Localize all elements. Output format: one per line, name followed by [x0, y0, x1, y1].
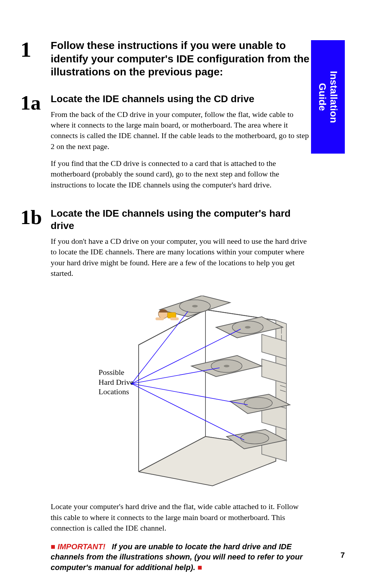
- step-1b-paragraph-1: If you don't have a CD drive on your com…: [51, 236, 310, 279]
- step-number-1: 1: [20, 41, 51, 58]
- svg-point-24: [241, 433, 269, 444]
- step-1a-paragraph-1: From the back of the CD drive in your co…: [51, 109, 310, 152]
- important-square-icon: ■: [51, 542, 55, 551]
- figure-label: Possible Hard Drive Locations: [99, 367, 134, 397]
- figure-label-line3: Locations: [99, 387, 129, 396]
- step-1: 1 Follow these instructions if you were …: [20, 39, 310, 82]
- step-1-title: Follow these instructions if you were un…: [51, 39, 310, 79]
- step-1b-paragraph-2: Locate your computer's hard drive and th…: [51, 501, 310, 533]
- svg-rect-28: [170, 317, 179, 320]
- figure-label-line2: Hard Drive: [99, 378, 134, 386]
- content: 1 Follow these instructions if you were …: [20, 39, 310, 581]
- step-1a-paragraph-2: If you find that the CD drive is connect…: [51, 158, 310, 190]
- side-tab-line1: Installation: [328, 71, 339, 123]
- step-number-1b: 1b: [20, 209, 51, 225]
- step-1a-title: Locate the IDE channels using the CD dri…: [51, 93, 310, 105]
- page-number: 7: [341, 551, 345, 560]
- hard-drive-locations-figure: Possible Hard Drive Locations: [65, 296, 304, 493]
- important-note: ■ IMPORTANT! If you are unable to locate…: [51, 541, 310, 573]
- important-keyword: IMPORTANT!: [57, 542, 105, 551]
- important-end-square-icon: ■: [197, 563, 202, 572]
- figure-label-line1: Possible: [99, 368, 124, 377]
- page: Installation Guide 1 Follow these instru…: [0, 0, 380, 588]
- svg-point-14: [192, 305, 198, 308]
- step-1b: 1b Locate the IDE channels using the com…: [20, 207, 310, 285]
- side-tab-installation-guide: Installation Guide: [311, 40, 345, 154]
- side-tab-line2: Guide: [317, 83, 328, 111]
- svg-point-22: [244, 397, 272, 409]
- svg-rect-27: [156, 317, 164, 320]
- step-1a: 1a Locate the IDE channels using the CD …: [20, 93, 310, 197]
- step-1b-title: Locate the IDE channels using the comput…: [51, 207, 310, 232]
- svg-point-20: [224, 365, 229, 367]
- svg-rect-26: [167, 312, 176, 318]
- step-number-1a: 1a: [20, 95, 51, 111]
- svg-point-17: [245, 326, 251, 329]
